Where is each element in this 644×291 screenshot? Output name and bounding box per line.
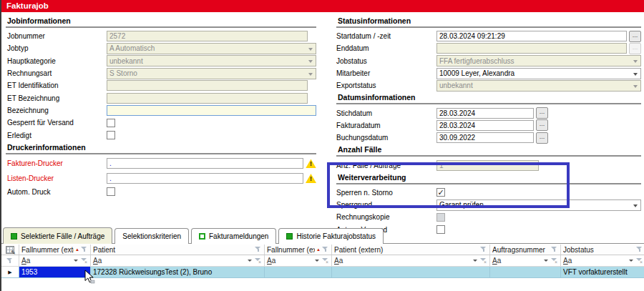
cell-patient[interactable]: 172328 RückweisungsTest (2), Bruno: [91, 267, 265, 277]
column-chooser-cell[interactable]: ✎: [1, 245, 19, 255]
cell-fallnummer-extern[interactable]: [265, 267, 332, 277]
filter-dropdown-icon[interactable]: [629, 260, 633, 262]
et-identifikation-input[interactable]: [107, 80, 308, 91]
gesperrt-checkbox[interactable]: [107, 119, 115, 127]
filter-clear-icon[interactable]: [322, 257, 329, 265]
filter-clear-icon[interactable]: [255, 257, 262, 265]
form-row-exportstatus: Exportstatus unbekannt: [331, 79, 641, 92]
fakturadatum-browse-button[interactable]: ...: [536, 119, 548, 131]
form-row-sperrgrund: Sperrgrund Garant prüfen: [331, 199, 641, 211]
cell-fallnummer-selected[interactable]: 1953: [19, 267, 91, 277]
tab-fakturameldungen[interactable]: Fakturameldungen: [191, 228, 276, 244]
filter-dropdown-icon[interactable]: [473, 260, 477, 262]
column-header-patient[interactable]: Patient: [91, 245, 265, 255]
hauptkategorie-select[interactable]: unbekannt: [107, 55, 316, 66]
form-row-stichdatum: Stichdatum ...: [331, 107, 641, 119]
filter-icon[interactable]: [81, 246, 88, 253]
autom-versand-checkbox[interactable]: [436, 225, 445, 234]
bezeichnung-label: Bezeichnung: [6, 107, 107, 114]
sort-ascending-icon: ▲: [75, 247, 79, 252]
filter-dropdown-icon[interactable]: [74, 260, 78, 262]
column-header-fallnummer-extern-2[interactable]: Fallnummer (extern) ▲: [265, 245, 332, 255]
listen-drucker-label: Listen-Drucker: [6, 174, 107, 182]
jobnummer-input[interactable]: [107, 31, 308, 41]
filter-row-indicator-cell[interactable]: [1, 255, 19, 266]
autom-druck-checkbox[interactable]: [107, 187, 115, 196]
form-row-et-bezeichnung: ET Bezeichnung: [6, 92, 316, 104]
rechnungsart-value: S Storno: [109, 69, 137, 77]
fakturen-drucker-input[interactable]: [107, 158, 303, 169]
tab-selektierte-faelle[interactable]: Selektierte Fälle / Aufträge: [3, 227, 112, 244]
buchungsdatum-browse-button[interactable]: ...: [536, 132, 548, 144]
filter-dropdown-icon[interactable]: [248, 260, 252, 262]
stichdatum-input[interactable]: [436, 108, 534, 119]
jobstatus-label: Jobstatus: [331, 57, 436, 65]
grid-data-row[interactable]: ▶ 1953 172328 RückweisungsTest (2), Brun…: [1, 267, 644, 278]
form-row-erledigt: Erledigt: [6, 129, 316, 141]
green-square-icon: [286, 233, 293, 240]
cell-patient-extern[interactable]: [332, 267, 490, 277]
filter-cell-patient-extern[interactable]: Aa: [332, 255, 490, 266]
bezeichnung-input[interactable]: [107, 105, 316, 116]
filter-dropdown-icon[interactable]: [544, 260, 548, 262]
filter-clear-icon[interactable]: [636, 257, 643, 265]
pencil-icon: ✎: [11, 250, 16, 255]
mitarbeiter-select[interactable]: 10009 Leyer, Alexandra: [436, 68, 641, 79]
filter-cell-patient[interactable]: Aa: [91, 255, 265, 266]
exportstatus-select[interactable]: unbekannt: [436, 80, 641, 92]
startdatum-input[interactable]: [436, 31, 627, 41]
stichdatum-browse-button[interactable]: ...: [536, 107, 548, 119]
form-row-startdatum: Startdatum / -zeit ...: [331, 30, 641, 42]
listen-drucker-input[interactable]: [107, 173, 303, 184]
jobtyp-select[interactable]: A Automatisch: [107, 43, 316, 54]
filter-cell-fallnummer[interactable]: Aa: [19, 255, 91, 266]
tab-label: Selektierte Fälle / Aufträge: [21, 232, 104, 240]
filter-clear-icon[interactable]: [551, 257, 558, 265]
erledigt-checkbox[interactable]: [107, 131, 115, 139]
filter-icon[interactable]: [551, 246, 558, 253]
et-bezeichnung-input[interactable]: [107, 93, 308, 104]
buchungsdatum-input[interactable]: [436, 132, 534, 143]
cell-auftragsnummer[interactable]: [490, 267, 561, 277]
rechnungskopie-checkbox: [436, 213, 445, 222]
column-header-jobstatus[interactable]: Jobstatus: [561, 245, 644, 255]
filter-icon[interactable]: [255, 246, 262, 253]
stichdatum-label: Stichdatum: [331, 109, 436, 117]
results-grid: ✎ Fallnummer (extern) ▲ Patient Fallnumm…: [1, 245, 644, 278]
filter-icon[interactable]: [480, 246, 487, 253]
sperren-checkbox[interactable]: ✓: [436, 188, 445, 197]
filter-clear-icon[interactable]: [480, 257, 487, 265]
section-druckerinformationen: Druckerinformationen: [6, 142, 316, 154]
enddatum-input[interactable]: [436, 43, 627, 54]
filter-cell-auftragsnummer[interactable]: Aa: [490, 255, 561, 266]
enddatum-label: Enddatum: [331, 44, 436, 52]
tab-selektionskriterien[interactable]: Selektionskriterien: [114, 228, 189, 244]
cell-jobstatus[interactable]: VFT vorfakturerstellt: [561, 267, 644, 277]
column-header-patient-extern[interactable]: Patient (extern): [332, 245, 490, 255]
column-chooser-icon[interactable]: ✎: [6, 246, 14, 254]
filter-cell-jobstatus[interactable]: Aa: [561, 255, 644, 266]
filter-mode-label: Aa: [563, 257, 572, 265]
form-row-autom-druck: Autom. Druck: [6, 186, 316, 198]
filter-icon[interactable]: [636, 246, 643, 253]
column-header-fallnummer-extern[interactable]: Fallnummer (extern) ▲: [19, 245, 91, 255]
rechnungsart-select[interactable]: S Storno: [107, 68, 316, 79]
column-header-auftragsnummer[interactable]: Auftragsnummer: [490, 245, 561, 255]
filter-icon[interactable]: [322, 246, 329, 253]
filter-cell-fallnummer-2[interactable]: Aa: [265, 255, 332, 266]
anz-faelle-input[interactable]: [436, 160, 539, 171]
form-row-bezeichnung: Bezeichnung: [6, 104, 316, 117]
filter-clear-icon[interactable]: [81, 257, 88, 265]
gesperrt-label: Gesperrt für Versand: [6, 119, 107, 127]
startdatum-browse-button[interactable]: ...: [629, 31, 641, 42]
tab-historie-fakturajobstatus[interactable]: Historie Fakturajobstatus: [278, 228, 384, 244]
jobstatus-select[interactable]: FFA fertigfuerabschluss: [436, 55, 641, 66]
sort-ascending-icon: ▲: [316, 247, 321, 252]
jobtyp-value: A Automatisch: [109, 44, 155, 52]
filter-dropdown-icon[interactable]: [315, 260, 319, 262]
fakturadatum-input[interactable]: [436, 120, 534, 131]
form-row-rechnungsart: Rechnungsart S Storno: [6, 67, 316, 79]
sperrgrund-select[interactable]: Garant prüfen: [436, 199, 641, 211]
et-identifikation-label: ET Identifikation: [6, 82, 107, 89]
filter-mode-label: Aa: [334, 257, 343, 265]
